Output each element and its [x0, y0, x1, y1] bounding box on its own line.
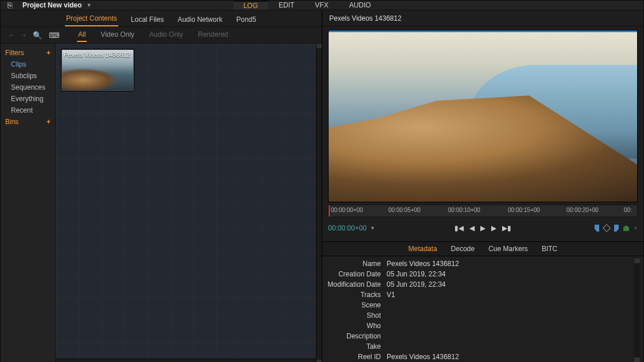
mark-in-icon[interactable] — [595, 225, 599, 232]
sidebar-filters-label: Filters — [5, 49, 24, 57]
scroll-down-icon[interactable] — [634, 357, 640, 362]
metadata-value[interactable]: 05 Jun 2019, 22:34 — [387, 280, 446, 288]
filter-toolbar: ← → 🔍 ⌨ All Video Only Audio Only Render… — [1, 26, 322, 44]
metadata-label: Description — [325, 332, 387, 340]
timecode-caret-icon[interactable]: ▼ — [367, 225, 375, 231]
filter-tab-video-only[interactable]: Video Only — [99, 28, 135, 42]
source-tab-project-contents[interactable]: Project Contents — [65, 11, 118, 26]
sidebar-bins-header: Bins + — [1, 116, 55, 128]
add-bin-icon[interactable]: + — [47, 118, 51, 126]
go-to-end-icon[interactable]: ▶▮ — [502, 224, 511, 232]
metadata-row: Creation Date05 Jun 2019, 22:34 — [325, 269, 631, 279]
tab-audio[interactable]: AUDIO — [339, 1, 381, 10]
playhead-marker[interactable] — [329, 205, 330, 217]
metadata-row: Take — [325, 341, 631, 352]
scroll-up-icon[interactable] — [317, 44, 322, 48]
metadata-row: Modification Date05 Jun 2019, 22:34 — [325, 279, 631, 290]
sidebar: Filters + Clips Subclips Sequences Every… — [1, 44, 56, 362]
timeline-tick: 00:00:10+00 — [448, 207, 480, 213]
mark-out-icon[interactable] — [614, 225, 619, 232]
mode-tabs: LOG EDIT VFX AUDIO — [233, 1, 381, 10]
metadata-value[interactable]: Pexels Videos 1436812 — [387, 353, 459, 361]
step-forward-icon[interactable]: ▶ — [491, 224, 496, 232]
sidebar-item-subclips[interactable]: Subclips — [1, 70, 55, 82]
metadata-body: NamePexels Videos 1436812Creation Date05… — [322, 256, 643, 362]
metadata-label: Modification Date — [325, 280, 387, 288]
nav-forward-icon[interactable]: → — [18, 31, 29, 39]
metadata-row: Reel IDPexels Videos 1436812 — [325, 352, 631, 362]
sidebar-item-recent[interactable]: Recent — [1, 105, 55, 116]
tab-edit[interactable]: EDIT — [268, 1, 304, 10]
clear-marks-icon[interactable] — [603, 224, 611, 232]
metadata-tabs: Metadata Decode Cue Markers BITC — [322, 241, 643, 256]
source-tabs: Project Contents Local Files Audio Netwo… — [1, 10, 322, 26]
clip-thumbnail[interactable]: Pexels Videos 1436812 — [61, 49, 134, 91]
media-grid[interactable]: Pexels Videos 1436812 — [56, 44, 322, 362]
metadata-label: Take — [325, 342, 387, 351]
meta-tab-bitc[interactable]: BITC — [542, 245, 557, 253]
metadata-value[interactable]: Pexels Videos 1436812 — [387, 260, 459, 268]
metadata-label: Scene — [325, 301, 387, 309]
add-button-icon[interactable]: + — [634, 224, 638, 232]
add-marker-icon[interactable] — [623, 225, 629, 231]
sidebar-filters-header: Filters + — [1, 47, 55, 59]
transport-bar: 00:00:00+00 ▼ ▮◀ ◀ ▶ ▶ ▶▮ + — [328, 219, 638, 237]
timeline-tick: 00: — [624, 207, 632, 213]
add-filter-icon[interactable]: + — [47, 49, 51, 57]
timeline-ruler[interactable]: 00:00:00+00 00:00:05+00 00:00:10+00 00:0… — [328, 205, 638, 217]
clip-thumbnail-label: Pexels Videos 1436812 — [64, 51, 132, 58]
timeline-tick: 00:00:20+00 — [566, 207, 599, 213]
project-title[interactable]: Project New video — [19, 1, 82, 9]
viewer-title: Pexels Videos 1436812 — [322, 10, 643, 26]
metadata-row: Description — [325, 331, 631, 341]
sidebar-item-sequences[interactable]: Sequences — [1, 82, 55, 93]
metadata-label: Name — [325, 260, 387, 268]
filter-tab-rendered[interactable]: Rendered — [197, 28, 230, 42]
metadata-label: Creation Date — [325, 270, 387, 278]
metadata-value[interactable]: V1 — [387, 291, 395, 299]
metadata-label: Tracks — [325, 291, 387, 299]
source-tab-pond5[interactable]: Pond5 — [235, 13, 257, 26]
source-tab-audio-network[interactable]: Audio Network — [176, 13, 223, 26]
tab-vfx[interactable]: VFX — [304, 1, 338, 10]
timecode-display[interactable]: 00:00:00+00 — [328, 224, 367, 232]
go-to-start-icon[interactable]: ▮◀ — [454, 224, 464, 232]
metadata-scrollbar[interactable] — [634, 259, 640, 362]
nav-back-icon[interactable]: ← — [6, 31, 18, 39]
metadata-label: Who — [325, 322, 387, 330]
sidebar-item-everything[interactable]: Everything — [1, 93, 55, 105]
search-icon[interactable]: 🔍 — [29, 31, 45, 40]
meta-tab-cue-markers[interactable]: Cue Markers — [488, 245, 528, 253]
metadata-row: Shot — [325, 310, 631, 321]
step-back-icon[interactable]: ◀ — [469, 224, 475, 232]
meta-tab-decode[interactable]: Decode — [451, 245, 475, 253]
viewer-panel: Pexels Videos 1436812 00:00:00+00 00:00:… — [322, 10, 643, 362]
metadata-row: TracksV1 — [325, 290, 631, 300]
sidebar-item-clips[interactable]: Clips — [1, 59, 55, 70]
metadata-row: Who — [325, 321, 631, 331]
metadata-row: Scene — [325, 300, 631, 310]
metadata-label: Shot — [325, 311, 387, 319]
filter-tab-all[interactable]: All — [77, 28, 87, 42]
project-dropdown-caret[interactable]: ▼ — [82, 2, 96, 8]
metadata-value[interactable]: 05 Jun 2019, 22:34 — [387, 270, 446, 278]
titlebar: ⎘ Project New video ▼ LOG EDIT VFX AUDIO — [1, 1, 643, 10]
play-icon[interactable]: ▶ — [480, 224, 485, 232]
scroll-up-icon[interactable] — [634, 259, 640, 263]
media-scrollbar-horizontal[interactable] — [56, 359, 316, 362]
tab-log[interactable]: LOG — [233, 1, 268, 10]
media-panel: Project Contents Local Files Audio Netwo… — [1, 10, 322, 362]
timeline-tick: 00:00:05+00 — [388, 207, 421, 213]
metadata-label: Reel ID — [325, 353, 387, 361]
viewer-progress-bar[interactable] — [329, 30, 637, 32]
filter-tab-audio-only[interactable]: Audio Only — [148, 28, 184, 42]
source-tab-local-files[interactable]: Local Files — [130, 13, 165, 26]
keyboard-icon[interactable]: ⌨ — [45, 31, 63, 40]
sidebar-bins-label: Bins — [5, 118, 18, 126]
media-scrollbar-vertical[interactable] — [316, 44, 322, 362]
meta-tab-metadata[interactable]: Metadata — [408, 245, 437, 253]
viewer[interactable] — [328, 30, 638, 202]
timeline-tick: 00:00:15+00 — [508, 207, 540, 213]
scroll-down-icon[interactable] — [317, 360, 322, 362]
home-icon[interactable]: ⎘ — [1, 1, 19, 10]
